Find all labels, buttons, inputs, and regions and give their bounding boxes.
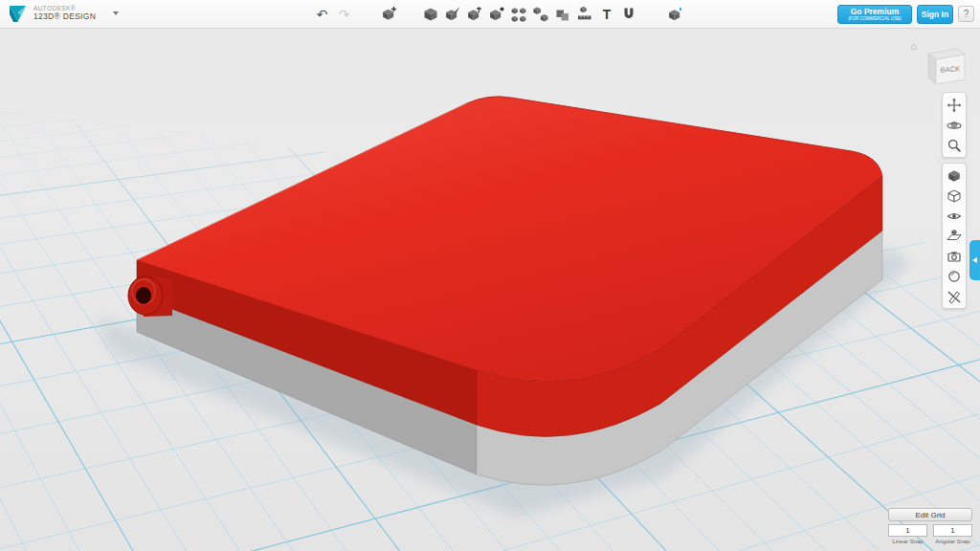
linear-snap-label: Linear Snap [888, 539, 927, 544]
sketch-button[interactable] [442, 2, 462, 27]
redo-button[interactable]: ↷ [334, 2, 354, 27]
sketch-visibility-icon [947, 289, 962, 304]
view-outline-icon [947, 188, 962, 204]
angular-snap-input[interactable] [933, 524, 972, 537]
orbit-button[interactable] [944, 115, 965, 135]
edit-grid-button[interactable]: Edit Grid [888, 508, 972, 521]
modify-button[interactable] [486, 2, 506, 27]
construct-icon [466, 6, 483, 23]
viewport-3d[interactable]: BACK ⌂ [0, 0, 980, 551]
svg-text:T: T [602, 7, 611, 22]
combine-icon [554, 6, 571, 23]
model-case[interactable] [0, 0, 980, 551]
visibility-icon [947, 209, 962, 224]
brand-line2: 123D® DESIGN [33, 12, 96, 22]
material-view-icon [947, 269, 962, 284]
view-shaded-icon [947, 168, 962, 184]
grid-panel: Edit Grid Linear Snap Angular Snap [888, 508, 972, 544]
view-shaded-button[interactable] [944, 165, 965, 186]
angular-snap-label: Angular Snap [933, 539, 972, 544]
sketch-icon [444, 6, 461, 23]
measure-button[interactable] [574, 2, 594, 27]
sketch-visibility-button[interactable] [944, 286, 965, 306]
app-window: BACK ⌂ [0, 0, 980, 551]
redo-icon: ↷ [339, 8, 350, 21]
account-area: Go Premium (FOR COMMERCIAL USE) Sign In … [837, 5, 974, 24]
modeling-toolbar: ↶ ↷ [312, 0, 685, 29]
camera-tools-group [942, 92, 967, 158]
zoom-button[interactable] [944, 135, 965, 155]
go-premium-button[interactable]: Go Premium (FOR COMMERCIAL USE) [837, 5, 912, 24]
go-premium-sublabel: (FOR COMMERCIAL USE) [848, 17, 902, 22]
snap-icon [620, 6, 637, 23]
view-outline-button[interactable] [944, 186, 965, 206]
grouping-button[interactable] [530, 2, 550, 27]
viewcube-left-face[interactable] [928, 54, 936, 84]
go-premium-label: Go Premium [851, 8, 900, 16]
snap-button[interactable] [618, 2, 638, 27]
navigation-toolbar [942, 92, 967, 309]
combine-button[interactable] [552, 2, 572, 27]
undo-button[interactable]: ↶ [312, 2, 332, 27]
orbit-icon [947, 118, 962, 133]
primitives-button[interactable] [420, 2, 440, 27]
transform-button[interactable] [379, 2, 399, 27]
pan-icon [947, 98, 962, 113]
text-tool-button[interactable]: T [596, 2, 616, 27]
menu-chevron-icon [113, 11, 119, 18]
side-panel-tab[interactable] [969, 240, 980, 280]
linear-snap-input[interactable] [888, 524, 927, 537]
material-icon [667, 6, 684, 23]
text-icon: T [598, 6, 615, 23]
ground-plane-icon [947, 229, 962, 244]
display-tools-group [942, 163, 967, 309]
viewcube-home-icon[interactable]: ⌂ [910, 40, 917, 52]
pattern-button[interactable] [508, 2, 528, 27]
pan-button[interactable] [944, 95, 965, 115]
primitives-icon [422, 6, 439, 23]
grouping-icon [532, 6, 549, 23]
undo-icon: ↶ [317, 8, 328, 21]
collapse-left-icon [969, 257, 977, 263]
pattern-icon [510, 6, 527, 23]
zoom-icon [947, 138, 962, 153]
autodesk-123d-logo-icon [8, 3, 28, 24]
measure-icon [576, 6, 593, 23]
material-view-button[interactable] [944, 266, 965, 286]
construct-button[interactable] [464, 2, 484, 27]
app-menu[interactable]: AUTODESK® 123D® DESIGN [8, 3, 119, 24]
transform-icon [381, 6, 398, 23]
screenshot-button[interactable] [944, 246, 965, 266]
modify-icon [488, 6, 505, 23]
screenshot-icon [947, 249, 962, 264]
brand-text: AUTODESK® 123D® DESIGN [33, 5, 96, 21]
top-toolbar: AUTODESK® 123D® DESIGN ↶ ↷ [0, 0, 980, 29]
viewcube-face-label: BACK [940, 64, 960, 74]
sign-in-button[interactable]: Sign In [917, 5, 953, 24]
visibility-button[interactable] [944, 206, 965, 226]
material-button[interactable] [665, 2, 685, 27]
hinge-hole [136, 287, 151, 304]
viewcube[interactable]: BACK [919, 38, 970, 90]
help-button[interactable]: ? [958, 6, 974, 22]
ground-plane-button[interactable] [944, 226, 965, 246]
